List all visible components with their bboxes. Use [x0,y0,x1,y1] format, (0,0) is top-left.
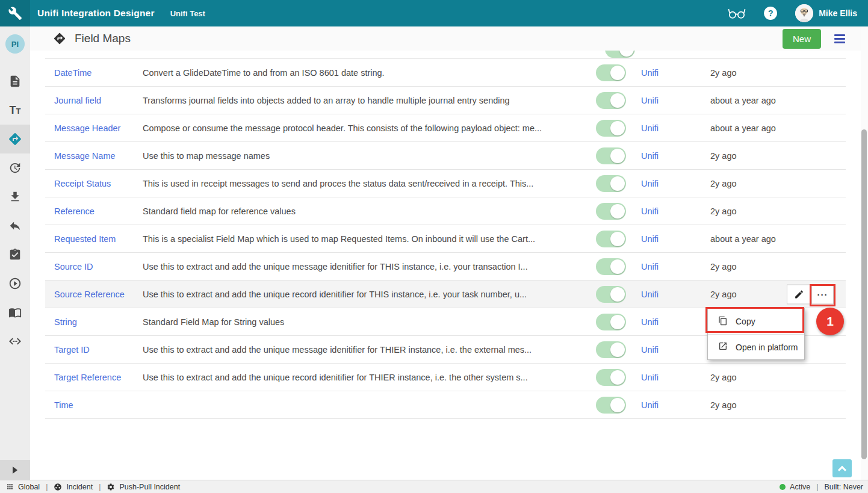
updated-timestamp: about a year ago [701,234,846,244]
field-maps-page-icon [53,32,66,45]
sidebar-item-run[interactable] [0,269,30,298]
sidebar-item-scheduled[interactable] [0,153,30,182]
active-toggle[interactable] [596,92,626,109]
scroll-to-top-button[interactable] [832,459,852,477]
active-toggle[interactable] [596,369,626,386]
field-map-name-link[interactable]: Source Reference [54,290,125,299]
context-menu-item-open-in-platform[interactable]: Open in platform [708,334,804,359]
field-map-name-link[interactable]: Reference [54,206,95,216]
table-row: Target Reference Use this to extract and… [45,364,846,391]
author-link[interactable]: Unifi [641,206,659,216]
active-toggle[interactable] [596,175,626,192]
toggle-knob [610,259,625,274]
toggle-knob [610,66,625,80]
field-map-name-link[interactable]: Journal field [54,96,101,105]
active-toggle[interactable] [596,397,626,414]
status-label: Active [790,483,810,491]
sidebar: PI TT [0,26,30,480]
field-map-name-link[interactable]: Message Name [54,151,116,161]
toggle-switch[interactable] [605,51,635,58]
table-row: Message Header Compose or consume the me… [45,114,846,142]
active-toggle[interactable] [596,286,626,303]
author-link[interactable]: Unifi [641,400,659,410]
author-link[interactable]: Unifi [641,234,659,244]
avatar[interactable] [795,4,813,22]
sidebar-item-scripts[interactable] [0,327,30,356]
sidebar-item-documents[interactable] [0,67,30,96]
active-toggle[interactable] [596,64,626,81]
sidebar-item-field-maps[interactable] [0,125,30,153]
field-map-name-link[interactable]: Target ID [54,345,90,355]
field-map-name-link[interactable]: Time [54,400,73,410]
sidebar-expand-button[interactable] [0,460,30,480]
updated-timestamp: 2y ago [701,373,846,382]
table-row: Time Unifi 2y ago [45,391,846,419]
sidebar-item-reply[interactable] [0,211,30,240]
wrench-icon[interactable] [0,0,30,26]
vertical-scrollbar [861,26,868,480]
spectacles-icon[interactable] [728,7,746,20]
menu-icon[interactable] [834,34,845,43]
updated-timestamp: 2y ago [701,206,846,216]
active-toggle[interactable] [596,120,626,137]
author-link[interactable]: Unifi [641,96,659,105]
updated-timestamp: about a year ago [701,123,846,133]
field-map-name-link[interactable]: Requested Item [54,234,116,244]
active-toggle[interactable] [596,147,626,164]
toggle-knob [610,287,625,302]
author-link[interactable]: Unifi [641,179,659,188]
new-button[interactable]: New [783,29,821,49]
grid-icon [6,483,14,491]
table-row: DateTime Convert a GlideDateTime to and … [45,59,846,87]
author-link[interactable]: Unifi [641,345,659,355]
field-map-name-link[interactable]: String [54,317,77,327]
sidebar-item-fields[interactable]: TT [0,96,30,125]
author-link[interactable]: Unifi [641,123,659,133]
main-content: Field Maps New DateTime Convert a GlideD… [30,26,861,480]
context-menu-item-label: Open in platform [736,343,798,352]
open-in-platform-icon [718,341,728,353]
active-toggle[interactable] [596,258,626,275]
application-label[interactable]: Incident [66,483,93,491]
sidebar-item-documentation[interactable] [0,298,30,327]
table-row: Reference Standard field map for referen… [45,197,846,225]
author-link[interactable]: Unifi [641,290,659,299]
table-row-partial [45,51,846,59]
author-link[interactable]: Unifi [641,373,659,382]
workspace-avatar[interactable]: PI [5,34,25,54]
author-link[interactable]: Unifi [641,151,659,161]
active-toggle[interactable] [596,231,626,247]
active-toggle[interactable] [596,314,626,330]
gear-icon [107,483,115,491]
field-map-name-link[interactable]: DateTime [54,68,91,78]
field-map-description: Transforms journal fields into objects a… [143,96,587,105]
help-icon[interactable]: ? [764,7,777,20]
author-link[interactable]: Unifi [641,68,659,78]
expand-arrow-icon [13,467,17,474]
updated-timestamp: 2y ago [701,151,846,161]
field-map-name-link[interactable]: Source ID [54,262,93,271]
application-icon [54,483,62,491]
page-title: Field Maps [75,32,783,45]
scope-label[interactable]: Global [18,483,40,491]
user-name[interactable]: Mike Ellis [819,8,857,18]
table-row: Source Reference Use this to extract and… [45,281,846,308]
environment-label[interactable]: Unifi Test [170,9,205,18]
sidebar-item-download[interactable] [0,182,30,211]
status-bar: Global | Incident | Push-Pull Incident A… [0,480,868,493]
field-map-name-link[interactable]: Message Header [54,123,120,133]
author-link[interactable]: Unifi [641,317,659,327]
process-label[interactable]: Push-Pull Incident [119,483,180,491]
scrollbar-thumb[interactable] [861,129,867,459]
author-link[interactable]: Unifi [641,262,659,271]
field-map-name-link[interactable]: Receipt Status [54,179,111,188]
active-toggle[interactable] [596,341,626,358]
active-toggle[interactable] [596,203,626,220]
updated-timestamp: 2y ago [701,400,846,410]
edit-button[interactable] [787,284,811,304]
field-map-name-link[interactable]: Target Reference [54,373,121,382]
sidebar-item-tasks[interactable] [0,240,30,269]
updated-timestamp: 2y ago [701,179,846,188]
toggle-knob [610,232,625,246]
field-map-description: This is a specialist Field Map which is … [143,234,587,244]
